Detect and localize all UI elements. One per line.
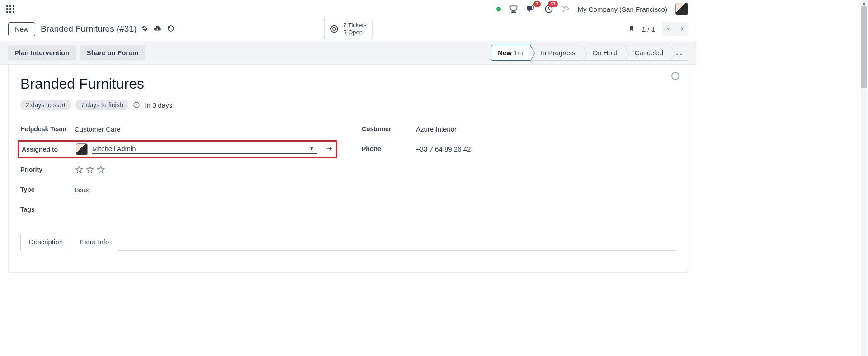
voip-icon[interactable] — [509, 5, 518, 14]
svg-point-0 — [511, 12, 512, 13]
open-record-icon[interactable] — [325, 145, 333, 154]
tickets-count: 7 Tickets — [343, 22, 366, 29]
star-icon[interactable] — [96, 165, 105, 174]
dropdown-caret-icon[interactable]: ▼ — [307, 146, 317, 151]
notebook-tabs: Description Extra Info — [20, 233, 676, 251]
statusbar: Plan Intervention Share on Forum New1m I… — [0, 41, 696, 65]
form-sheet: Branded Furnitures 2 days to start 7 day… — [8, 65, 688, 273]
scroll-up-icon[interactable]: ▲ — [862, 1, 866, 5]
value-type[interactable]: Issue — [75, 186, 91, 194]
kanban-state-toggle[interactable] — [671, 72, 679, 80]
discard-icon[interactable] — [167, 24, 175, 34]
label-assigned-to: Assigned to — [22, 146, 76, 153]
pager-prev-button[interactable] — [662, 22, 675, 36]
stage-in-progress[interactable]: In Progress — [531, 45, 583, 61]
due-text: In 3 days — [145, 101, 172, 109]
tickets-stat-button[interactable]: 7 Tickets 5 Open — [324, 19, 372, 39]
stage-new[interactable]: New1m — [491, 45, 531, 61]
pager-next-button[interactable] — [675, 22, 688, 36]
label-phone: Phone — [362, 145, 416, 152]
value-customer[interactable]: Azure Interior — [416, 125, 457, 133]
plan-intervention-button[interactable]: Plan Intervention — [8, 45, 76, 60]
activities-icon[interactable]: 33 — [544, 5, 553, 14]
assigned-to-field[interactable]: Mitchell Admin ▼ — [92, 145, 317, 154]
presence-indicator — [496, 7, 501, 11]
breadcrumb: Branded Furnitures (#31) — [41, 24, 148, 34]
star-icon[interactable] — [75, 165, 84, 174]
apps-menu-icon[interactable] — [6, 5, 14, 13]
messages-badge: 3 — [533, 1, 541, 7]
topbar: 3 33 My Company (San Francisco) — [0, 0, 696, 18]
tab-extra-info[interactable]: Extra Info — [71, 233, 118, 251]
activities-badge: 33 — [548, 1, 557, 7]
share-on-forum-button[interactable]: Share on Forum — [80, 45, 145, 60]
tickets-open: 5 Open — [343, 29, 366, 36]
value-helpdesk-team[interactable]: Customer Care — [75, 125, 121, 133]
star-icon[interactable] — [85, 165, 94, 174]
assigned-to-highlight: Assigned to Mitchell Admin ▼ — [18, 140, 337, 158]
svg-point-4 — [331, 26, 338, 33]
messages-icon[interactable]: 3 — [526, 5, 536, 14]
user-avatar[interactable] — [675, 3, 688, 15]
bookmark-icon[interactable] — [628, 24, 635, 34]
clock-icon — [133, 101, 140, 109]
tools-icon[interactable] — [561, 5, 570, 13]
label-tags: Tags — [20, 206, 75, 213]
value-phone[interactable]: +33 7 64 89 26 42 — [416, 145, 471, 153]
record-title[interactable]: Branded Furnitures — [20, 76, 676, 92]
days-to-finish-pill: 7 days to finish — [75, 100, 128, 110]
scrollbar-thumb[interactable] — [861, 6, 867, 88]
label-priority: Priority — [20, 166, 75, 173]
svg-point-1 — [513, 12, 514, 13]
stage-on-hold[interactable]: On Hold — [583, 45, 625, 61]
assigned-to-value: Mitchell Admin — [92, 145, 307, 152]
gear-icon[interactable] — [141, 24, 148, 34]
label-helpdesk-team: Helpdesk Team — [20, 125, 75, 133]
priority-stars[interactable] — [75, 165, 105, 174]
new-button[interactable]: New — [8, 22, 35, 36]
scrollbar[interactable]: ▲ — [861, 0, 867, 281]
stage-canceled[interactable]: Canceled — [625, 45, 670, 61]
label-type: Type — [20, 186, 75, 193]
assignee-avatar — [76, 143, 88, 155]
cloud-save-icon[interactable] — [153, 24, 161, 34]
tab-description[interactable]: Description — [20, 233, 71, 251]
control-panel: New Branded Furnitures (#31) 7 Tickets 5… — [0, 18, 696, 41]
pager[interactable]: 1 / 1 — [642, 25, 655, 33]
company-selector[interactable]: My Company (San Francisco) — [578, 5, 667, 13]
breadcrumb-title: Branded Furnitures (#31) — [41, 24, 137, 34]
label-customer: Customer — [362, 125, 416, 133]
days-to-start-pill: 2 days to start — [20, 100, 71, 110]
stage-selector: New1m In Progress On Hold Canceled … — [491, 45, 688, 61]
svg-point-2 — [514, 12, 515, 13]
svg-point-5 — [333, 28, 336, 31]
